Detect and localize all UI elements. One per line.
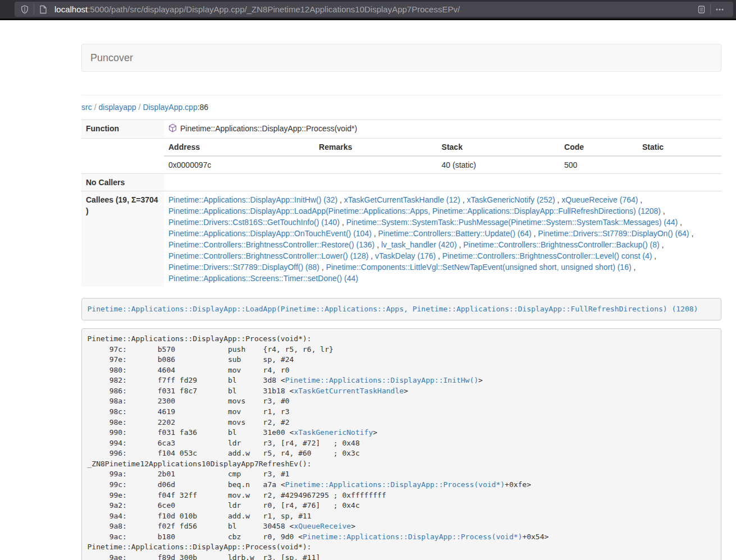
callee-link[interactable]: xQueueReceive (764) bbox=[561, 195, 638, 204]
callee-link[interactable]: Pinetime::Controllers::BrightnessControl… bbox=[168, 251, 368, 260]
code-symbol-link[interactable]: xQueueReceive bbox=[294, 522, 351, 530]
callee-separator: , bbox=[460, 195, 467, 204]
callee-separator: , bbox=[368, 251, 375, 260]
breadcrumb-line-number: :86 bbox=[198, 103, 208, 112]
stats-header-code: Code bbox=[560, 139, 638, 156]
callee-link[interactable]: Pinetime::Applications::DisplayApp::Init… bbox=[168, 195, 337, 204]
stats-value-code: 500 bbox=[560, 156, 638, 173]
code-text: 97e: b086 sub sp, #24 bbox=[88, 355, 294, 364]
disassembly-block: Pinetime::Applications::DisplayApp::Proc… bbox=[81, 328, 721, 560]
code-text: 99e: f04f 32ff mov.w r2, #4294967295 ; 0… bbox=[88, 491, 386, 499]
code-text: 98a: 2300 movs r3, #0 bbox=[88, 397, 290, 405]
breadcrumb-link[interactable]: DisplayApp.cpp bbox=[143, 103, 197, 112]
callee-separator: , bbox=[638, 195, 642, 204]
callee-link[interactable]: Pinetime::Controllers::BrightnessControl… bbox=[168, 240, 374, 249]
code-symbol-link[interactable]: Pinetime::Applications::DisplayApp::Init… bbox=[285, 376, 478, 384]
callee-link[interactable]: Pinetime::Drivers::St7789::DisplayOff() … bbox=[168, 263, 319, 272]
function-table: Function Pinetime::Applications::Display… bbox=[81, 120, 721, 287]
code-symbol-link[interactable]: xTaskGenericNotify bbox=[294, 428, 373, 437]
code-text: > bbox=[373, 428, 377, 437]
function-label: Function bbox=[81, 120, 164, 139]
code-text: 99c: d06d beq.n a7a < bbox=[88, 480, 285, 489]
callee-separator: , bbox=[678, 218, 682, 227]
code-text: > bbox=[404, 387, 408, 395]
code-text: +0xfe> bbox=[505, 480, 531, 489]
breadcrumb-separator: / bbox=[136, 103, 143, 112]
callee-link[interactable]: Pinetime::Controllers::BrightnessControl… bbox=[463, 240, 659, 249]
callee-separator: , bbox=[457, 240, 464, 249]
function-row: Function Pinetime::Applications::Display… bbox=[81, 120, 721, 139]
callees-label: Callees (19, Σ=3704 ) bbox=[81, 191, 164, 287]
reader-mode-icon[interactable] bbox=[694, 3, 708, 16]
callee-link[interactable]: Pinetime::Controllers::Battery::Update()… bbox=[378, 229, 532, 238]
stats-row-outer: AddressRemarksStackCodeStatic 0x0000097c… bbox=[81, 139, 721, 174]
code-symbol-link[interactable]: Pinetime::Applications::DisplayApp::Proc… bbox=[285, 480, 505, 489]
callee-link[interactable]: Pinetime::Applications::DisplayApp::OnTo… bbox=[168, 229, 372, 238]
callee-link[interactable]: Pinetime::Components::LittleVgl::SetNewT… bbox=[326, 263, 632, 272]
code-text: 9a4: f10d 010b add.w r1, sp, #11 bbox=[88, 512, 312, 520]
callee-separator: , bbox=[372, 229, 378, 238]
url-domain: localhost bbox=[54, 4, 88, 14]
callee-separator: , bbox=[340, 218, 346, 227]
callee-link[interactable]: Pinetime::Controllers::BrightnessControl… bbox=[442, 251, 652, 260]
breadcrumb-link[interactable]: src bbox=[81, 103, 92, 112]
stats-header-static: Static bbox=[638, 139, 721, 156]
code-text: > bbox=[478, 376, 483, 384]
callee-separator: , bbox=[661, 206, 665, 215]
code-symbol-link[interactable]: xTaskGetCurrentTaskHandle bbox=[294, 387, 404, 395]
callee-separator: , bbox=[689, 229, 694, 238]
toolbar-separator bbox=[34, 4, 34, 15]
callee-link[interactable]: vTaskDelay (176) bbox=[375, 251, 436, 260]
callee-separator: , bbox=[532, 229, 538, 238]
stats-value-address: 0x0000097c bbox=[164, 156, 314, 173]
code-text: _ZN8Pinetime12Applications10DisplayApp7R… bbox=[88, 460, 312, 468]
page-info-icon[interactable] bbox=[36, 3, 50, 16]
code-text: 980: 4604 mov r4, r0 bbox=[88, 366, 290, 374]
callers-cell bbox=[164, 174, 721, 191]
code-text: 986: f031 f8c7 bl 31b18 < bbox=[88, 387, 294, 395]
function-name-cell: Pinetime::Applications::DisplayApp::Proc… bbox=[164, 120, 721, 139]
breadcrumb: src/displayapp/DisplayApp.cpp:86 bbox=[81, 95, 721, 120]
callees-list: Pinetime::Applications::DisplayApp::Init… bbox=[164, 191, 721, 287]
callee-separator: , bbox=[660, 240, 664, 249]
stats-table: AddressRemarksStackCodeStatic 0x0000097c… bbox=[164, 139, 721, 173]
callee-link[interactable]: lv_task_handler (420) bbox=[381, 240, 457, 249]
callee-link[interactable]: Pinetime::Drivers::Cst816S::GetTouchInfo… bbox=[168, 218, 340, 227]
stats-value-stack: 40 (static) bbox=[437, 156, 560, 173]
app-brand[interactable]: Puncover bbox=[82, 44, 141, 72]
callee-link[interactable]: Pinetime::Applications::Screens::Timer::… bbox=[168, 274, 358, 283]
code-text: 9ae: f89d 300b ldrb.w r3, [sp, #11] bbox=[88, 553, 321, 560]
url-text[interactable]: localhost:5000/path/src/displayapp/Displ… bbox=[54, 4, 694, 14]
code-text: 982: f7ff fd29 bl 3d8 < bbox=[88, 376, 285, 384]
callee-link[interactable]: Pinetime::Applications::DisplayApp::Load… bbox=[168, 206, 661, 215]
stats-header-address: Address bbox=[164, 139, 314, 156]
callee-link[interactable]: xTaskGetCurrentTaskHandle (12) bbox=[344, 195, 460, 204]
empty-cell bbox=[81, 139, 164, 174]
no-callers-label: No Callers bbox=[81, 174, 164, 191]
shield-icon[interactable] bbox=[18, 3, 31, 16]
stats-value-static bbox=[638, 156, 721, 173]
breadcrumb-link[interactable]: displayapp bbox=[99, 103, 136, 112]
code-text: Pinetime::Applications::DisplayApp::Proc… bbox=[88, 334, 312, 343]
callee-link[interactable]: Pinetime::Drivers::St7789::DisplayOn() (… bbox=[538, 229, 689, 238]
callee-link[interactable]: xTaskGenericNotify (252) bbox=[467, 195, 555, 204]
code-text: 97c: b570 push {r4, r5, r6, lr} bbox=[88, 345, 333, 354]
code-symbol-link[interactable]: Pinetime::Applications::DisplayApp::Proc… bbox=[303, 533, 522, 541]
page-content: Puncover src/displayapp/DisplayApp.cpp:8… bbox=[81, 44, 721, 560]
stats-value-remarks bbox=[314, 156, 437, 173]
code-text: 98c: 4619 mov r1, r3 bbox=[88, 407, 290, 416]
stats-value-row: 0x0000097c40 (static)500 bbox=[164, 156, 721, 173]
stats-table-cell: AddressRemarksStackCodeStatic 0x0000097c… bbox=[164, 139, 721, 174]
stats-header-row: AddressRemarksStackCodeStatic bbox=[164, 139, 721, 156]
code-text: +0x54> bbox=[522, 533, 548, 541]
more-options-icon[interactable] bbox=[713, 3, 726, 16]
highlighted-symbol-link[interactable]: Pinetime::Applications::DisplayApp::Load… bbox=[88, 305, 698, 313]
callee-separator: , bbox=[436, 251, 442, 260]
callee-separator: , bbox=[337, 195, 344, 204]
url-bar[interactable]: localhost:5000/path/src/displayapp/Displ… bbox=[15, 2, 733, 17]
code-text: 990: f031 fa36 bl 31e00 < bbox=[88, 428, 294, 437]
callee-link[interactable]: Pinetime::System::SystemTask::PushMessag… bbox=[346, 218, 678, 227]
code-text: 994: 6ca3 ldr r3, [r4, #72] ; 0x48 bbox=[88, 439, 360, 447]
code-text: 9ac: b180 cbz r0, 9d0 < bbox=[88, 533, 303, 541]
code-text: > bbox=[351, 522, 355, 530]
